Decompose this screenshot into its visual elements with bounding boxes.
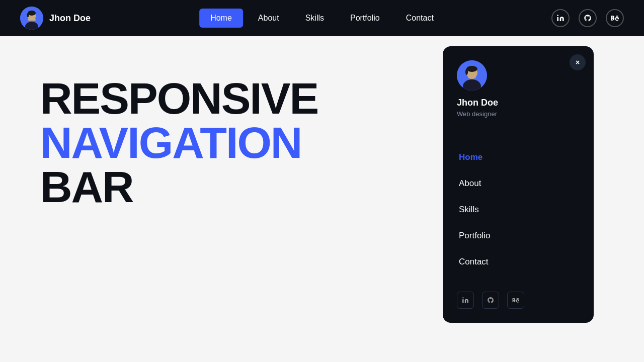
mobile-footer-icons [457,292,580,309]
mobile-avatar [457,60,487,90]
brand-name: Jhon Doe [49,13,91,24]
svg-point-10 [466,66,477,72]
nav-links: Home About Skills Portfolio Contact [199,9,445,28]
main-content: RESPONSIVE NAVIGATION BAR × [0,36,644,362]
hero-line1: RESPONSIVE [40,76,318,121]
mobile-close-button[interactable]: × [570,54,586,70]
svg-point-6 [27,13,29,17]
hero-section: RESPONSIVE NAVIGATION BAR [40,76,318,209]
svg-point-12 [468,75,476,79]
mobile-nav-link-skills[interactable]: Skills [457,198,580,222]
nav-link-home[interactable]: Home [199,9,243,28]
mobile-nav-links: Home About Skills Portfolio Contact [457,145,580,277]
close-icon: × [576,58,580,66]
mobile-nav-link-about[interactable]: About [457,171,580,196]
behance-icon[interactable] [606,9,624,27]
mobile-github-icon[interactable] [482,292,499,309]
mobile-user-section: Jhon Doe Web designer [457,60,580,118]
svg-point-11 [465,69,468,75]
mobile-nav-link-home[interactable]: Home [457,145,580,169]
github-icon[interactable] [579,9,597,27]
mobile-user-role: Web designer [457,110,497,118]
nav-social-icons [551,9,624,27]
nav-link-skills[interactable]: Skills [294,9,335,28]
nav-link-portfolio[interactable]: Portfolio [339,9,391,28]
mobile-menu-panel: × Jhon Doe Web designer [443,46,594,323]
svg-rect-4 [28,19,36,21]
nav-link-contact[interactable]: Contact [395,9,445,28]
hero-line3: BAR [40,165,318,209]
hero-line2: NAVIGATION [40,121,318,165]
mobile-linkedin-icon[interactable] [457,292,474,309]
nav-link-about[interactable]: About [247,9,290,28]
mobile-user-name: Jhon Doe [457,98,498,108]
mobile-nav-link-contact[interactable]: Contact [457,250,580,274]
navbar: Jhon Doe Home About Skills Portfolio Con… [0,0,644,36]
brand-avatar [20,7,43,30]
mobile-nav-link-portfolio[interactable]: Portfolio [457,224,580,248]
mobile-behance-icon[interactable] [507,292,524,309]
navbar-brand: Jhon Doe [20,7,91,30]
mobile-menu-divider [457,133,580,133]
linkedin-icon[interactable] [551,9,570,27]
